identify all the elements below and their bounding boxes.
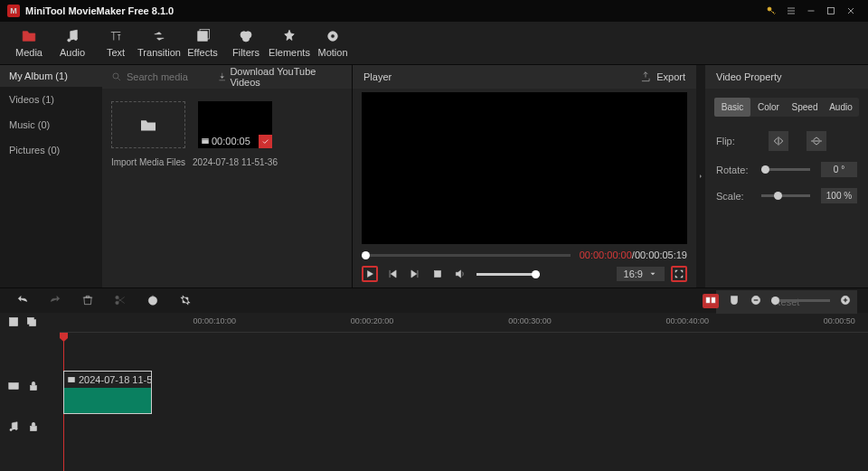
- tab-media[interactable]: Media: [7, 22, 51, 64]
- prop-tab-audio[interactable]: Audio: [823, 98, 859, 117]
- zoom-out-button[interactable]: [750, 294, 762, 308]
- scale-label: Scale:: [716, 191, 750, 202]
- svg-point-27: [15, 428, 17, 429]
- auto-fit-button[interactable]: [703, 294, 719, 308]
- video-preview[interactable]: [362, 92, 687, 244]
- flip-label: Flip:: [716, 136, 750, 146]
- scale-value[interactable]: 100 %: [821, 188, 857, 203]
- titlebar: M MiniTool MovieMaker Free 8.1.0: [0, 0, 868, 22]
- crop-button[interactable]: [179, 294, 192, 308]
- minimize-button[interactable]: [801, 1, 821, 21]
- svg-rect-29: [68, 377, 75, 382]
- search-media[interactable]: [111, 71, 217, 82]
- timeline-clip[interactable]: 2024-07-18 11-51-: [63, 371, 152, 414]
- player-panel: Player Export 00:00:00:00 / 00:00:05:19 …: [353, 65, 696, 287]
- sidebar-item-music[interactable]: Music (0): [0, 112, 102, 137]
- tab-effects[interactable]: Effects: [181, 22, 224, 64]
- download-youtube-button[interactable]: Download YouTube Videos: [217, 66, 343, 88]
- magnet-button[interactable]: [728, 294, 741, 308]
- audio-track-icon[interactable]: [7, 420, 20, 435]
- flip-horizontal-button[interactable]: [769, 131, 788, 151]
- timeline: 00:00:10:00 00:00:20:00 00:00:30:00 00:0…: [0, 313, 868, 471]
- clip-added-icon: [259, 135, 272, 148]
- tab-filters[interactable]: Filters: [224, 22, 268, 64]
- svg-point-11: [113, 73, 118, 79]
- svg-rect-24: [9, 383, 19, 390]
- audio-lock-icon[interactable]: [27, 420, 40, 435]
- search-input[interactable]: [127, 71, 217, 82]
- rotate-slider[interactable]: [761, 168, 810, 171]
- delete-button[interactable]: [81, 294, 94, 308]
- tab-audio[interactable]: Audio: [51, 22, 94, 64]
- clip-name: 2024-07-18 11-51-: [79, 374, 151, 385]
- svg-rect-28: [31, 426, 37, 430]
- next-frame-button[interactable]: [407, 266, 423, 282]
- svg-point-8: [242, 35, 250, 42]
- time-current: 00:00:00:00: [580, 250, 632, 260]
- prop-tab-color[interactable]: Color: [750, 98, 787, 117]
- progress-bar[interactable]: 00:00:00:00 / 00:00:05:19: [362, 250, 687, 260]
- tab-motion[interactable]: Motion: [311, 22, 354, 64]
- zoom-in-button[interactable]: [839, 294, 852, 308]
- key-icon[interactable]: [761, 1, 781, 21]
- app-title: MiniTool MovieMaker Free 8.1.0: [25, 5, 761, 16]
- add-track-button[interactable]: [7, 316, 20, 330]
- video-property-panel: Video Property Basic Color Speed Audio F…: [705, 65, 868, 287]
- main-toolbar: Media Audio Text Transition Effects Filt…: [0, 22, 868, 65]
- track-area[interactable]: 2024-07-18 11-51-: [60, 333, 868, 471]
- flip-vertical-button[interactable]: [807, 131, 826, 151]
- svg-rect-4: [198, 32, 208, 42]
- svg-point-0: [768, 7, 771, 11]
- video-track-icon[interactable]: [7, 380, 20, 394]
- split-button[interactable]: [114, 294, 127, 308]
- volume-slider[interactable]: [476, 273, 540, 276]
- svg-point-10: [331, 34, 335, 39]
- export-button[interactable]: Export: [639, 71, 685, 83]
- maximize-button[interactable]: [821, 1, 841, 21]
- svg-rect-13: [435, 271, 441, 278]
- aspect-ratio-select[interactable]: 16:9: [617, 267, 665, 281]
- menu-icon[interactable]: [781, 1, 801, 21]
- close-button[interactable]: [841, 1, 861, 21]
- prop-tab-basic[interactable]: Basic: [714, 98, 750, 117]
- svg-rect-18: [712, 297, 715, 303]
- player-title: Player: [363, 71, 639, 82]
- time-duration: 00:00:05:19: [635, 250, 687, 260]
- prop-tab-speed[interactable]: Speed: [787, 98, 823, 117]
- tab-transition[interactable]: Transition: [137, 22, 181, 64]
- time-ruler[interactable]: 00:00:10:00 00:00:20:00 00:00:30:00 00:0…: [60, 313, 868, 333]
- rotate-value[interactable]: 0 °: [821, 162, 857, 177]
- scale-slider[interactable]: [761, 194, 810, 197]
- svg-point-26: [10, 429, 12, 430]
- collapse-props-button[interactable]: [696, 65, 705, 287]
- track-layers-button[interactable]: [25, 316, 38, 330]
- volume-button[interactable]: [452, 266, 468, 282]
- app-logo-icon: M: [7, 5, 20, 17]
- import-media-button[interactable]: Import Media Files: [111, 101, 185, 167]
- fullscreen-button[interactable]: [671, 266, 687, 282]
- undo-button[interactable]: [16, 294, 29, 308]
- prev-frame-button[interactable]: [384, 266, 401, 282]
- speed-button[interactable]: [146, 294, 159, 308]
- svg-rect-17: [706, 297, 710, 303]
- video-lock-icon[interactable]: [27, 380, 40, 394]
- zoom-slider[interactable]: [771, 299, 830, 302]
- stop-button[interactable]: [429, 266, 446, 282]
- svg-rect-23: [30, 320, 36, 326]
- play-button[interactable]: [362, 266, 378, 282]
- tab-elements[interactable]: Elements: [268, 22, 311, 64]
- tab-text[interactable]: Text: [94, 22, 137, 64]
- sidebar-item-videos[interactable]: Videos (1): [0, 87, 102, 112]
- svg-rect-12: [202, 138, 209, 144]
- props-title: Video Property: [716, 71, 782, 82]
- sidebar-item-pictures[interactable]: Pictures (0): [0, 137, 102, 163]
- media-clip-item[interactable]: 00:00:05 2024-07-18 11-51-36: [198, 101, 272, 167]
- svg-point-2: [68, 39, 71, 42]
- svg-point-3: [74, 38, 77, 41]
- redo-button[interactable]: [49, 294, 61, 308]
- rotate-label: Rotate:: [716, 165, 750, 175]
- library-sidebar: My Album (1) Videos (1) Music (0) Pictur…: [0, 65, 102, 287]
- clip-duration: 00:00:05: [201, 136, 250, 146]
- media-pane: Download YouTube Videos Import Media Fil…: [102, 65, 353, 287]
- sidebar-header[interactable]: My Album (1): [0, 65, 102, 87]
